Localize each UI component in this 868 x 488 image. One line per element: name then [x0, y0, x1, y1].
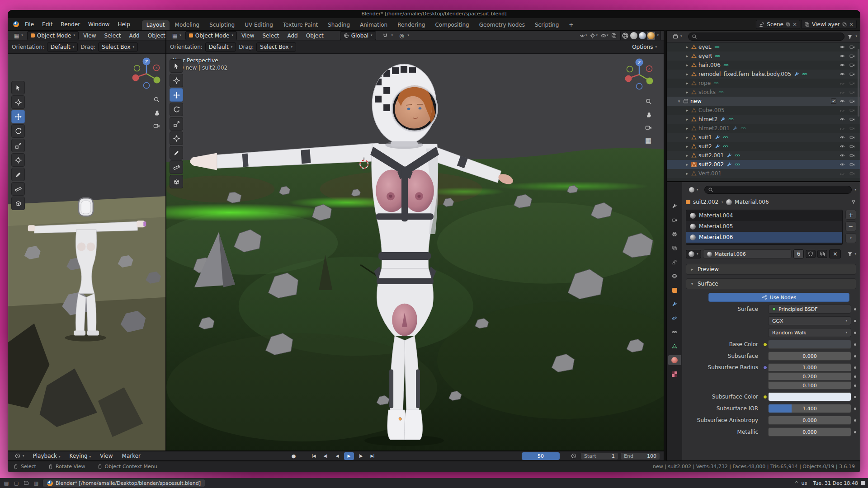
taskbar-window-button[interactable]: Blender* [/home/amalie/Desktop/blender/s… — [42, 479, 205, 487]
users-count-button[interactable]: 6 — [793, 249, 804, 258]
workspace-tab-modeling[interactable]: Modeling — [170, 20, 204, 30]
subsurface-slider[interactable]: 0.000 — [768, 352, 851, 361]
editor-type-button[interactable]: ▦▾ — [11, 32, 26, 40]
slot-specials-button[interactable]: ▾ — [845, 233, 856, 243]
navigation-gizmo[interactable] — [621, 56, 657, 93]
menu-render[interactable]: Render — [57, 20, 84, 28]
new-material-button[interactable] — [817, 250, 827, 258]
hide-in-viewport-toggle[interactable] — [838, 99, 846, 104]
expand-icon[interactable]: ▸ — [685, 72, 689, 76]
animate-dot[interactable] — [854, 375, 856, 378]
show-overlays-dropdown[interactable]: ▾ — [601, 33, 609, 38]
metallic-slider[interactable]: 0.000 — [768, 427, 851, 436]
rotate-tool[interactable] — [170, 103, 183, 116]
select-box-tool[interactable] — [170, 59, 183, 73]
editor-type-button[interactable]: ▦▾ — [169, 32, 184, 40]
hide-in-viewport-toggle[interactable] — [838, 117, 846, 122]
hide-in-viewport-toggle[interactable] — [838, 89, 846, 95]
disable-in-renders-toggle[interactable] — [848, 99, 856, 104]
disable-in-renders-toggle[interactable] — [848, 71, 856, 77]
play-reverse-button[interactable]: ◀ — [332, 452, 342, 460]
outliner-row[interactable]: ▸Vert.001 — [667, 169, 860, 178]
editor-type-button[interactable]: ▾ — [670, 33, 685, 40]
outliner-row[interactable]: ▸stocks — [667, 88, 860, 97]
collection-checkbox[interactable]: ✓ — [831, 99, 836, 104]
filter-icon[interactable] — [847, 251, 853, 257]
window-titlebar[interactable]: Blender* [/home/amalie/Desktop/blender/s… — [8, 10, 860, 18]
keying-menu[interactable]: Keying ▾ — [66, 452, 94, 460]
pin-icon[interactable] — [851, 199, 856, 205]
transform-tool[interactable] — [11, 153, 25, 167]
material-name-field[interactable]: Material.006 — [703, 249, 792, 258]
add-menu[interactable]: Add — [125, 32, 143, 40]
cursor-tool[interactable] — [11, 95, 25, 109]
disable-in-renders-toggle[interactable] — [848, 44, 856, 50]
scene-selector[interactable]: Scene × — [756, 20, 800, 29]
object-menu[interactable]: Object — [144, 32, 165, 40]
hide-in-viewport-toggle[interactable] — [838, 80, 846, 86]
constraints-tab[interactable] — [668, 327, 681, 337]
animate-dot[interactable] — [854, 408, 856, 410]
expand-icon[interactable]: ▸ — [685, 144, 689, 149]
material-preview-shading-icon[interactable] — [638, 32, 646, 40]
hide-in-viewport-toggle[interactable] — [838, 162, 846, 167]
expand-icon[interactable]: ▸ — [685, 45, 689, 49]
fake-user-button[interactable] — [806, 250, 816, 258]
object-tab[interactable] — [668, 285, 681, 295]
material-tab[interactable] — [668, 355, 681, 365]
expand-icon[interactable]: ▸ — [685, 54, 689, 58]
viewport-main-canvas[interactable]: User Perspective (50) new | suit2.002 ▦ — [166, 54, 664, 450]
marker-menu[interactable]: Marker — [118, 452, 144, 460]
material-slot[interactable]: Material.005 — [686, 221, 842, 232]
breadcrumb-object[interactable]: suit2.002 — [693, 199, 718, 205]
workspace-tab-geometry-nodes[interactable]: Geometry Nodes — [475, 20, 529, 30]
breadcrumb-material[interactable]: Material.006 — [735, 199, 769, 205]
disable-in-renders-toggle[interactable] — [848, 135, 856, 140]
outliner-row[interactable]: ▸hlmet2 — [667, 115, 860, 124]
camera-view-icon[interactable] — [151, 120, 162, 131]
show-desktop-button[interactable] — [861, 481, 865, 485]
drag-value-dropdown[interactable]: Select Box▾ — [98, 42, 138, 52]
hide-in-viewport-toggle[interactable] — [838, 126, 846, 131]
tray-expand-caret[interactable]: ^ — [794, 480, 798, 486]
use-preview-range-button[interactable] — [569, 452, 579, 460]
animate-dot[interactable] — [854, 343, 856, 346]
outliner-row[interactable]: ▸hlmet2.001 — [667, 124, 860, 133]
editor-type-button[interactable]: ▾ — [686, 186, 702, 193]
outliner-row[interactable]: ▸rope — [667, 79, 860, 88]
previous-keyframe-button[interactable]: ◀| — [321, 452, 330, 460]
current-frame-field[interactable]: 50 — [522, 452, 560, 460]
expand-icon[interactable]: ▸ — [685, 153, 689, 158]
view-menu[interactable]: View — [238, 32, 258, 40]
drag-value-dropdown[interactable]: Select Box▾ — [256, 42, 296, 52]
texture-tab[interactable] — [668, 369, 681, 379]
workspace-tab-animation[interactable]: Animation — [355, 20, 392, 30]
blender-logo-icon[interactable] — [11, 21, 20, 28]
workspace-tab-texture-paint[interactable]: Texture Paint — [278, 20, 322, 30]
editor-type-button[interactable]: ▾ — [12, 452, 28, 460]
wireframe-shading-icon[interactable] — [621, 32, 629, 40]
outliner-scrollbar[interactable] — [858, 49, 859, 117]
outliner-row[interactable]: ▸eyeR — [667, 52, 860, 61]
measure-tool[interactable] — [170, 160, 183, 174]
radius-x-field[interactable]: 1.000 — [768, 363, 851, 371]
app-menu-icon[interactable]: ▤ — [3, 479, 10, 487]
animate-dot[interactable] — [854, 385, 856, 387]
outliner-search-input[interactable] — [688, 33, 845, 41]
properties-search-input[interactable] — [704, 186, 852, 194]
show-windows-icon[interactable]: ▢ — [13, 479, 20, 487]
world-tab[interactable] — [668, 271, 681, 281]
outliner-row-active[interactable]: ▸suit2.002 — [667, 160, 860, 169]
workspace-tab-layout[interactable]: Layout — [142, 20, 170, 30]
disable-in-renders-toggle[interactable] — [848, 80, 856, 86]
disable-in-renders-toggle[interactable] — [848, 89, 856, 95]
animate-dot[interactable] — [854, 396, 856, 398]
annotate-tool[interactable] — [11, 168, 25, 181]
radius-y-field[interactable]: 0.200 — [768, 372, 851, 380]
expand-icon[interactable]: ▸ — [685, 81, 689, 85]
hide-in-viewport-toggle[interactable] — [838, 153, 846, 158]
auto-keying-button[interactable]: ● — [289, 452, 299, 460]
disable-in-renders-toggle[interactable] — [848, 108, 856, 113]
select-box-tool[interactable] — [11, 81, 25, 94]
output-tab[interactable] — [668, 229, 681, 239]
